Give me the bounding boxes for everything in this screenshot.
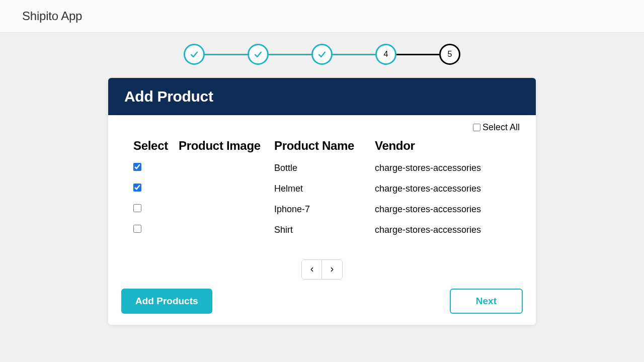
select-all-row: Select All xyxy=(108,115,536,133)
row-checkbox[interactable] xyxy=(133,184,141,192)
col-image: Product Image xyxy=(179,139,274,153)
prev-page-button[interactable] xyxy=(302,260,322,279)
step-connector xyxy=(396,54,439,55)
row-checkbox[interactable] xyxy=(133,204,141,212)
step-connector xyxy=(269,54,311,55)
footer-buttons: Add Products Next xyxy=(108,289,536,314)
chevron-left-icon xyxy=(308,266,315,273)
step-5[interactable]: 5 xyxy=(439,44,460,65)
vendor-cell: charge-stores-accessories xyxy=(375,204,511,215)
add-products-button[interactable]: Add Products xyxy=(121,289,212,314)
vendor-cell: charge-stores-accessories xyxy=(375,225,511,235)
next-page-button[interactable] xyxy=(322,260,342,279)
pager-box xyxy=(301,259,343,280)
select-all-checkbox[interactable] xyxy=(473,124,480,131)
select-all-label: Select All xyxy=(482,122,520,133)
vendor-cell: charge-stores-accessories xyxy=(375,163,511,173)
product-name-cell: Bottle xyxy=(274,163,375,173)
check-icon xyxy=(317,49,327,59)
col-vendor: Vendor xyxy=(375,139,511,153)
row-checkbox[interactable] xyxy=(133,163,141,171)
row-checkbox[interactable] xyxy=(133,225,141,233)
step-1[interactable] xyxy=(184,44,205,65)
vendor-cell: charge-stores-accessories xyxy=(375,184,511,194)
card-title: Add Product xyxy=(108,78,536,115)
topbar: Shipito App xyxy=(0,0,644,33)
step-4[interactable]: 4 xyxy=(375,44,396,65)
pager xyxy=(108,259,536,280)
product-table: Select Product Image Product Name Vendor… xyxy=(124,137,520,240)
card: Add Product Select All Select Product Im… xyxy=(108,78,536,325)
table-header: Select Product Image Product Name Vendor xyxy=(124,137,520,158)
step-connector xyxy=(333,54,375,55)
step-3[interactable] xyxy=(311,44,333,65)
col-select: Select xyxy=(133,139,179,153)
table-row: Iphone-7charge-stores-accessories xyxy=(124,199,520,220)
step-connector xyxy=(205,54,248,55)
product-name-cell: Shirt xyxy=(274,225,375,235)
content: 45 Add Product Select All Select Product… xyxy=(0,33,644,325)
product-name-cell: Iphone-7 xyxy=(274,204,375,215)
app-title: Shipito App xyxy=(22,9,622,23)
chevron-right-icon xyxy=(329,266,336,273)
check-icon xyxy=(189,49,199,59)
next-button[interactable]: Next xyxy=(450,289,523,314)
col-name: Product Name xyxy=(274,139,375,153)
table-row: Bottlecharge-stores-accessories xyxy=(124,158,520,178)
table-row: Shirtcharge-stores-accessories xyxy=(124,220,520,240)
table-row: Helmetcharge-stores-accessories xyxy=(124,178,520,199)
product-name-cell: Helmet xyxy=(274,184,375,194)
step-2[interactable] xyxy=(248,44,269,65)
check-icon xyxy=(253,49,263,59)
stepper: 45 xyxy=(108,44,536,65)
